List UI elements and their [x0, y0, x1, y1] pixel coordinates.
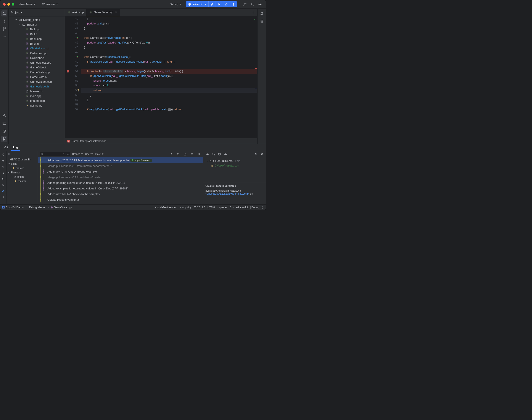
run-button[interactable] [216, 1, 223, 7]
commit-list[interactable]: Added new 2022.2 EAP feature samples and… [38, 157, 203, 204]
run-target-button[interactable]: arkanoid [186, 1, 209, 7]
commit-row[interactable]: Merge pull request #14 from Maririri/mas… [38, 174, 203, 180]
code-editor[interactable]: 4041424344454647484950515253545556575859… [65, 16, 257, 138]
tree-item[interactable]: hGameState.h [9, 75, 65, 79]
intention-bulb-icon[interactable] [77, 89, 80, 92]
cherry-pick-log-button[interactable] [183, 152, 187, 157]
context-widget[interactable]: C++: arkanoidLib | Debug [229, 206, 259, 209]
git-panel-tab[interactable]: Git [2, 144, 10, 151]
cherry-pick-commit-button[interactable] [205, 152, 210, 157]
commit-tool-button[interactable] [1, 18, 7, 24]
commit-row[interactable]: CMake Presets version 3 [38, 197, 203, 202]
editor-content[interactable]: } paddle_.calc(ms); } void GameState::mo… [80, 16, 257, 138]
refresh-log-button[interactable] [176, 152, 180, 157]
more-tools-button[interactable] [1, 34, 7, 40]
minimize-window-button[interactable] [7, 3, 10, 6]
problems-tool-button[interactable] [1, 113, 7, 119]
find-in-log-button[interactable] [196, 152, 201, 157]
search-button[interactable] [250, 1, 256, 7]
project-tree[interactable]: Debug_demo3rdpartycBall.cpphBall.hcBrick… [9, 16, 65, 144]
branch-tree[interactable]: HEAD (Current Br Local master Remote ori… [6, 157, 38, 204]
editor-gutter[interactable]: 4041424344454647484950515253545556575859 [65, 16, 80, 138]
commit-row[interactable]: Add Index Array Out Of Bound example [38, 169, 203, 174]
nav-crumb-root[interactable]: CLionFullDemo [2, 206, 24, 209]
date-filter[interactable]: Date [95, 153, 103, 156]
tree-item[interactable]: cBrick.cpp [9, 36, 65, 41]
tree-item[interactable]: cCollisions.cpp [9, 51, 65, 55]
tree-item[interactable]: 3rdparty [9, 22, 65, 27]
editor-tab[interactable]: cmain.cpp [65, 9, 86, 16]
tree-item[interactable]: cGameState.cpp [9, 70, 65, 75]
git-new-branch-button[interactable] [1, 158, 6, 163]
structure-tool-button[interactable] [1, 26, 7, 32]
code-with-me-button[interactable] [242, 1, 248, 7]
override-icon[interactable] [76, 37, 79, 39]
tree-item[interactable]: cprinters.cpp [9, 98, 65, 103]
branch-group-remote[interactable]: Remote [6, 170, 38, 175]
tree-item[interactable]: hGameObject.h [9, 65, 65, 70]
override-icon[interactable] [76, 56, 79, 58]
branch-group-local[interactable]: Local [6, 162, 38, 166]
run-config-selector[interactable]: Debug [168, 2, 183, 7]
git-fetch-button[interactable] [1, 170, 6, 175]
lock-widget[interactable] [261, 206, 264, 209]
expand-details-button[interactable] [253, 152, 258, 157]
tab-actions-button[interactable] [251, 10, 256, 15]
case-option[interactable]: Cc [65, 153, 69, 156]
go-to-hash-button[interactable] [169, 152, 174, 157]
editor-tab[interactable]: cGameState.cpp [86, 9, 120, 16]
remote-server-widget[interactable]: <no default server> [155, 206, 177, 209]
tree-item[interactable]: hBall.h [9, 32, 65, 36]
notifications-button[interactable] [259, 10, 265, 16]
commit-row[interactable]: Added examples for evaluated values in Q… [38, 186, 203, 191]
build-button[interactable] [209, 1, 216, 7]
git-cherry-pick-button[interactable] [1, 189, 6, 193]
tree-item[interactable]: cmain.cpp [9, 93, 65, 98]
services-tool-button[interactable] [1, 128, 7, 134]
commit-row[interactable]: Added new 2022.2 EAP feature samples and… [38, 157, 203, 163]
branch-remote-origin[interactable]: origin [6, 175, 38, 179]
git-panel-tab[interactable]: Log [11, 144, 20, 151]
git-find-button[interactable] [1, 182, 6, 187]
changed-files-tree[interactable]: CLionFullDemo 1 file {} CMakePresets.jso… [203, 157, 266, 169]
branch-remote-master[interactable]: master [6, 179, 38, 183]
revert-commit-button[interactable] [211, 152, 216, 157]
user-filter[interactable]: User [85, 153, 93, 156]
commit-hash[interactable]: acdabb69 [205, 189, 217, 192]
close-window-button[interactable] [3, 3, 6, 6]
sidebar-view-selector[interactable]: Project [11, 11, 22, 14]
line-separator-widget[interactable]: LF [202, 206, 205, 209]
database-tool-button[interactable] [259, 18, 265, 24]
close-icon[interactable] [115, 11, 118, 14]
git-delete-button[interactable] [1, 177, 6, 181]
indent-widget[interactable]: 4 spaces [217, 206, 227, 209]
tree-item[interactable]: cGameObject.cpp [9, 60, 65, 65]
changed-file[interactable]: {} CMakePresets.json [205, 163, 264, 168]
nav-crumb-folder[interactable]: Debug_demo [26, 206, 45, 209]
commit-row[interactable]: Added padding example for values in Quic… [38, 180, 203, 186]
caret-position-widget[interactable]: 55:20 [193, 206, 200, 209]
zoom-window-button[interactable] [12, 3, 14, 6]
encoding-widget[interactable]: UTF-8 [207, 206, 215, 209]
more-actions-button[interactable] [230, 1, 237, 7]
git-back-button[interactable] [1, 152, 6, 157]
commit-row[interactable]: Merge pull request #15 from maxim-banaev… [38, 163, 203, 169]
tree-item[interactable]: license.txt [9, 89, 65, 93]
settings-button[interactable] [257, 1, 263, 7]
tree-item[interactable]: Debug_demo [9, 17, 65, 22]
vcs-tool-button[interactable] [1, 136, 7, 142]
project-tool-button[interactable] [1, 10, 7, 16]
tree-item[interactable]: CMakeLists.txt [9, 46, 65, 51]
close-details-button[interactable] [260, 152, 264, 157]
eye-log-button[interactable] [190, 152, 194, 157]
git-update-button[interactable] [1, 164, 6, 169]
error-stripe[interactable] [255, 16, 257, 138]
branch-filter[interactable]: Branch [72, 153, 83, 156]
debug-button[interactable] [223, 1, 230, 7]
branch-search[interactable] [6, 151, 38, 157]
changed-files-root[interactable]: CLionFullDemo 1 file [205, 159, 264, 163]
commit-email[interactable]: <anastasia.kazakova@jetbrains.com> [205, 192, 249, 195]
breakpoint-stripe-mark[interactable] [255, 68, 257, 69]
clang-tidy-widget[interactable]: .clang-tidy [180, 206, 192, 209]
tree-item[interactable]: hBrick.h [9, 41, 65, 46]
